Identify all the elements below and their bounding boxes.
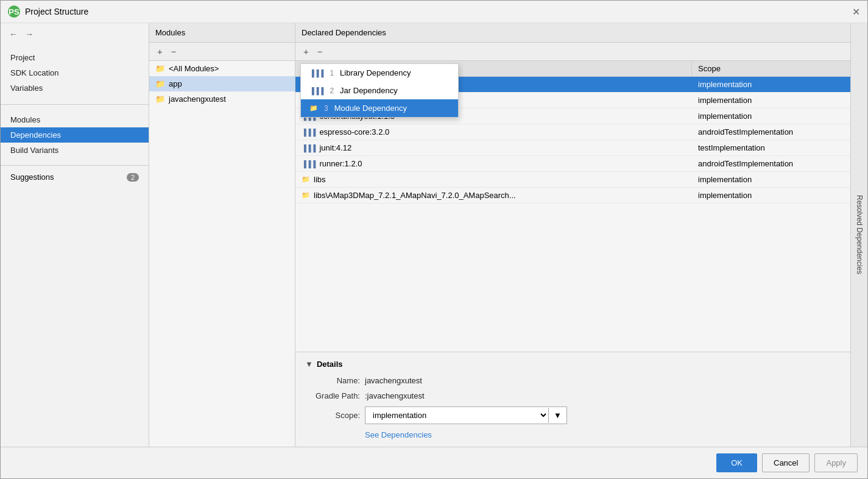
apply-button[interactable]: Apply: [814, 453, 858, 472]
nav-project[interactable]: Project: [1, 50, 149, 65]
details-name-label: Name:: [305, 376, 360, 385]
dependencies-panel: Declared Dependencies + − ▐▐▐ 1 Library …: [295, 23, 850, 447]
dep-cell-dep-6: 📁 libs: [295, 172, 692, 187]
content-area: ← → Project SDK Location Variables Modul…: [1, 23, 867, 447]
nav-variables[interactable]: Variables: [1, 80, 149, 96]
details-title: Details: [317, 360, 343, 369]
nav-build-variants[interactable]: Build Variants: [1, 143, 149, 158]
module-item-app[interactable]: 📁 app: [149, 76, 295, 91]
details-gradle-row: Gradle Path: :javachengxutest: [305, 391, 841, 400]
top-nav-section: Project SDK Location Variables: [1, 45, 149, 101]
nav-divider-1: [1, 104, 149, 105]
dep-cell-dep-7: 📁 libs\AMap3DMap_7.2.1_AMapNavi_7.2.0_AM…: [295, 188, 692, 203]
cancel-button[interactable]: Cancel: [762, 453, 810, 472]
module-nav-group: Modules Dependencies Build Variants: [1, 108, 149, 161]
modules-add-button[interactable]: +: [154, 45, 166, 58]
details-name-row: Name: javachengxutest: [305, 376, 841, 385]
nav-arrows: ← →: [1, 23, 149, 45]
dep-cell-scope-3: androidTestImplementation: [692, 124, 850, 140]
dep-row-4[interactable]: ▐▐▐ junit:4.12 testImplementation: [295, 140, 850, 156]
see-dependencies-link[interactable]: See Dependencies: [365, 430, 432, 439]
scope-select-wrapper: implementation api testImplementation an…: [365, 406, 567, 424]
modules-remove-button[interactable]: −: [168, 45, 180, 58]
add-dependency-dropdown: ▐▐▐ 1 Library Dependency ▐▐▐ 2 Jar Depen…: [300, 63, 459, 118]
dep-cell-scope-2: implementation: [692, 108, 850, 124]
scope-select[interactable]: implementation api testImplementation an…: [365, 407, 548, 424]
app-module-label: app: [169, 79, 182, 88]
nav-dependencies[interactable]: Dependencies: [1, 127, 149, 143]
project-structure-dialog: PS Project Structure ✕ ← → Project SDK L…: [0, 0, 868, 479]
details-name-value: javachengxutest: [365, 376, 422, 385]
dep-row-icon-6: 📁: [302, 176, 310, 183]
dep-cell-scope-5: androidTestImplementation: [692, 156, 850, 171]
dep-row-3[interactable]: ▐▐▐ espresso-core:3.2.0 androidTestImple…: [295, 124, 850, 140]
dropdown-jar-dep[interactable]: ▐▐▐ 2 Jar Dependency: [301, 82, 458, 99]
dep-row-icon-5: ▐▐▐: [302, 160, 316, 168]
module-list: 📁 <All Modules> 📁 app 📁 javachengxutest: [149, 61, 295, 447]
title-bar: PS Project Structure ✕: [1, 1, 867, 23]
close-button[interactable]: ✕: [852, 6, 860, 18]
dep-name-6: libs: [314, 175, 326, 184]
dep-cell-scope-7: implementation: [692, 188, 850, 203]
dropdown-module-dep[interactable]: 📁 3 Module Dependency: [301, 99, 458, 117]
dep-add-button[interactable]: +: [300, 45, 312, 58]
modules-panel-header: Modules: [149, 23, 295, 43]
dep-row-icon-3: ▐▐▐: [302, 129, 316, 136]
details-section: ▼ Details Name: javachengxutest Gradle P…: [295, 352, 850, 447]
all-modules-icon: 📁: [155, 64, 165, 73]
dep-remove-button[interactable]: −: [314, 45, 326, 58]
jcxt-module-icon: 📁: [155, 94, 165, 104]
dep-cell-dep-5: ▐▐▐ runner:1.2.0: [295, 156, 692, 171]
all-modules-label: <All Modules>: [169, 64, 219, 73]
suggestions-badge: 2: [127, 173, 139, 182]
app-module-icon: 📁: [155, 79, 165, 88]
back-button[interactable]: ←: [7, 28, 20, 40]
dep-row-5[interactable]: ▐▐▐ runner:1.2.0 androidTestImplementati…: [295, 156, 850, 172]
dep-panel-header: Declared Dependencies: [295, 23, 850, 43]
details-header[interactable]: ▼ Details: [305, 360, 841, 369]
dep-name-3: espresso-core:3.2.0: [319, 127, 389, 137]
dep-cell-scope-6: implementation: [692, 172, 850, 187]
dep-cell-scope-4: testImplementation: [692, 140, 850, 155]
ok-button[interactable]: OK: [716, 453, 757, 472]
dep-col-header-scope: Scope: [692, 61, 850, 76]
details-scope-label: Scope:: [305, 411, 360, 420]
dep-row-icon-4: ▐▐▐: [302, 144, 316, 152]
dep-cell-dep-4: ▐▐▐ junit:4.12: [295, 140, 692, 155]
modules-header-label: Modules: [155, 28, 185, 37]
modules-toolbar: + −: [149, 43, 295, 61]
jar-dep-label: Jar Dependency: [340, 86, 398, 95]
nav-modules[interactable]: Modules: [1, 112, 149, 127]
dep-row-6[interactable]: 📁 libs implementation: [295, 172, 850, 188]
modules-panel: Modules + − 📁 <All Modules> 📁 app 📁 java…: [149, 23, 295, 447]
dialog-title: Project Structure: [25, 7, 847, 16]
dep-cell-dep-3: ▐▐▐ espresso-core:3.2.0: [295, 124, 692, 140]
app-icon: PS: [8, 5, 20, 18]
nav-suggestions[interactable]: Suggestions 2: [1, 169, 149, 185]
dep-row-7[interactable]: 📁 libs\AMap3DMap_7.2.1_AMapNavi_7.2.0_AM…: [295, 188, 850, 204]
dep-header-label: Declared Dependencies: [302, 28, 386, 37]
nav-sdk-location[interactable]: SDK Location: [1, 65, 149, 80]
details-collapse-icon: ▼: [305, 360, 313, 369]
dep-name-5: runner:1.2.0: [319, 159, 362, 168]
module-dep-icon: 📁: [309, 104, 318, 112]
jcxt-module-label: javachengxutest: [169, 94, 226, 104]
library-dep-icon: ▐▐▐: [309, 69, 323, 77]
library-dep-label: Library Dependency: [340, 68, 411, 77]
resolved-dependencies-tab[interactable]: Resolved Dependencies: [850, 23, 867, 447]
bottom-bar: OK Cancel Apply: [1, 447, 867, 478]
nav-divider-2: [1, 165, 149, 166]
suggestions-label: Suggestions: [10, 172, 54, 182]
jar-dep-icon: ▐▐▐: [309, 87, 323, 94]
dep-cell-scope-0: implementation: [692, 77, 850, 92]
module-item-all[interactable]: 📁 <All Modules>: [149, 61, 295, 76]
dep-row-icon-7: 📁: [302, 191, 310, 199]
dropdown-library-dep[interactable]: ▐▐▐ 1 Library Dependency: [301, 64, 458, 82]
forward-button[interactable]: →: [23, 28, 36, 40]
dep-name-4: junit:4.12: [319, 143, 351, 152]
module-dep-label: Module Dependency: [334, 104, 407, 113]
left-nav-panel: ← → Project SDK Location Variables Modul…: [1, 23, 149, 447]
scope-dropdown-arrow[interactable]: ▼: [548, 408, 566, 423]
dep-cell-scope-1: implementation: [692, 93, 850, 108]
module-item-javachengxutest[interactable]: 📁 javachengxutest: [149, 91, 295, 107]
